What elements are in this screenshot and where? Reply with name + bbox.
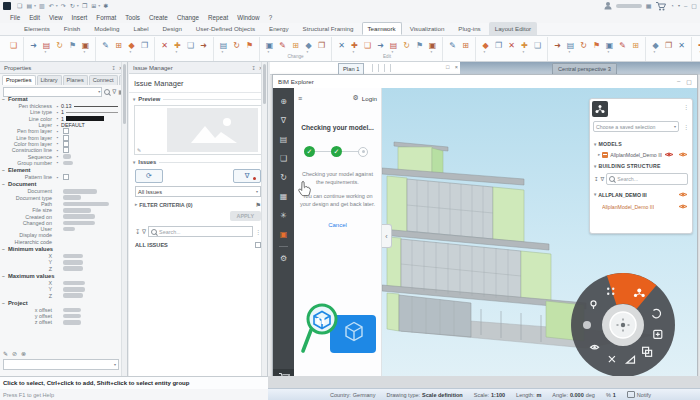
ribbon-tool-icon[interactable]: ↻ [54,39,66,52]
user-icon[interactable] [604,1,612,10]
transfer-icon[interactable]: ⊗ [21,350,26,357]
ribbon-tab-visualization[interactable]: Visualization [404,22,451,35]
ribbon-tool-icon[interactable]: ⚑ [414,39,426,52]
structure-search-input[interactable]: Search... [606,173,688,185]
chevron-down-icon[interactable]: ▾ [523,51,525,55]
menu-[interactable]: ? [269,14,273,21]
properties-scrollbar[interactable] [121,62,127,376]
ribbon-tool-icon[interactable]: ◆▾ [480,39,492,52]
pin-icon[interactable]: ↧ [252,65,256,71]
menu-tools[interactable]: Tools [125,14,140,21]
viewport-frame-controls[interactable]: □ × [446,64,460,70]
collapse-icon[interactable]: − [2,167,6,173]
ribbon-tab-modeling[interactable]: Modeling [88,22,125,35]
ribbon-tab-teamwork[interactable]: Teamwork [362,22,402,35]
structure-icon[interactable]: ▦ [273,187,294,206]
properties-tab-connect[interactable]: Connect [89,75,118,85]
panel-more-icon[interactable]: ⋮ [683,103,689,110]
ribbon-tool-icon[interactable]: ▤▾ [218,39,230,52]
ribbon-tool-icon[interactable]: ↻ [578,39,590,52]
ribbon-tool-icon[interactable]: ⊞ [460,39,472,52]
redo-icon[interactable]: ↷ [61,3,66,9]
chevron-down-icon[interactable]: ▾ [307,51,309,55]
refresh-icon[interactable]: ↻ [70,3,75,9]
ribbon-tool-icon[interactable]: ⊞ [630,39,642,52]
ribbon-tool-icon[interactable]: ✎ [447,39,459,52]
favorites-combo[interactable]: ▾ [3,359,119,370]
ribbon-tool-icon[interactable]: ◆▾ [303,39,315,52]
chevron-down-icon[interactable]: ▾ [222,51,224,55]
ribbon-tool-icon[interactable]: ❐ [663,39,675,52]
status-percent[interactable]: %1 [606,392,616,398]
settings-gear-icon[interactable]: ⚙ [353,94,359,102]
menu-change[interactable]: Change [177,14,199,21]
ribbon-tool-icon[interactable]: ▤▾ [565,39,577,52]
menu-create[interactable]: Create [149,14,168,21]
property-value[interactable]: 0.13 [61,103,72,109]
chevron-down-icon[interactable]: ▾ [678,3,680,8]
ribbon-tool-icon[interactable]: ➜ [28,39,40,52]
ribbon-tool-icon[interactable]: ✚▾ [349,39,361,52]
chevron-down-icon[interactable]: ▾ [268,51,270,55]
ribbon-tool-icon[interactable]: ↻ [401,39,413,52]
chevron-down-icon[interactable]: ▾ [77,3,79,8]
section-header-minimum-values[interactable]: −Minimum values [2,245,121,253]
ribbon-tool-icon[interactable]: ⚑ [244,39,256,52]
ribbon-tab-label[interactable]: Label [127,22,154,35]
property-value[interactable]: 1 [61,109,64,115]
chevron-down-icon[interactable]: ▾ [608,51,610,55]
chevron-down-icon[interactable]: ▾ [176,51,178,55]
chevron-down-icon[interactable]: ▾ [130,51,132,55]
status-notify[interactable]: Notify [627,391,651,398]
model-item-row[interactable]: ▸ AllplanModel_Demo III [598,151,688,158]
structure-root-row[interactable]: ▾ALLPLAN_DEMO III [594,191,688,198]
ribbon-tool-icon[interactable]: ▣▾ [80,39,92,52]
ribbon-tool-icon[interactable]: ❏ [185,39,197,52]
properties-tab-planes[interactable]: Planes [63,75,88,85]
ribbon-tab-layout-editor[interactable]: Layout Editor [489,22,537,35]
ribbon-tool-icon[interactable]: ➜ [552,39,564,52]
menu-insert[interactable]: Insert [72,14,88,21]
maximize-icon[interactable]: ▢ [691,2,697,9]
navigation-wheel[interactable] [563,265,683,385]
menu-view[interactable]: View [49,14,63,21]
ribbon-tool-icon[interactable]: ▤▾ [41,39,53,52]
menu-repeat[interactable]: Repeat [208,14,228,21]
sort-icon[interactable]: ↧ [135,228,140,235]
ribbon-tab-structural-framing[interactable]: Structural Framing [297,22,360,35]
navigate-icon[interactable]: ⊕ [273,92,294,111]
model-viewport-3d[interactable]: ‹ ⋮ Choose a saved selection▾ ⋮ ▾MODELS [382,88,697,385]
collapse-icon[interactable]: − [2,300,6,306]
copy-icon[interactable]: ❏ [273,149,294,168]
menu-edit[interactable]: Edit [29,14,40,21]
chevron-down-icon[interactable]: ▾ [484,51,486,55]
chevron-down-icon[interactable]: ▾ [654,51,656,55]
status-angle[interactable]: Angle:0.000deg [552,392,595,398]
ribbon-tool-icon[interactable]: ◆▾ [650,39,662,52]
chevron-down-icon[interactable]: ▾ [34,3,36,8]
chevron-down-icon[interactable]: ▾ [56,3,58,8]
color-swatch[interactable] [66,116,104,121]
collapse-icon[interactable]: − [2,246,6,252]
visibility-eye-icon-orange[interactable] [678,203,688,210]
selection-more-icon[interactable]: ⋮ [683,123,689,130]
collapse-icon[interactable]: − [2,181,6,187]
maximize-icon[interactable]: ▢ [686,78,692,85]
cancel-link[interactable]: Cancel [294,222,381,228]
status-length-unit[interactable]: Length:m [516,392,541,398]
filter-icon[interactable]: ∇ [112,88,116,95]
new-document-icon[interactable]: ❏ [17,3,22,9]
new-issue-button[interactable]: ∇ [233,169,261,183]
property-checkbox[interactable] [63,128,69,134]
match-icon[interactable]: ⊘ [12,350,17,357]
ribbon-tool-icon[interactable]: ▣▾ [264,39,276,52]
ribbon-tool-icon[interactable]: ❏ [362,39,374,52]
visibility-eye-icon-orange[interactable] [678,191,688,198]
visibility-eye-icon-orange[interactable] [678,151,688,158]
ribbon-tab-user-defined-objects[interactable]: User-Defined Objects [190,22,261,35]
open-project-icon[interactable]: ▤ [26,3,32,9]
ribbon-tool-icon[interactable]: ⊞ [113,39,125,52]
ribbon-tool-icon[interactable]: ❐ [139,39,151,52]
preview-section-header[interactable]: ▾Preview [129,93,267,104]
building-structure-header[interactable]: ▾BUILDING STRUCTURE [594,163,661,169]
